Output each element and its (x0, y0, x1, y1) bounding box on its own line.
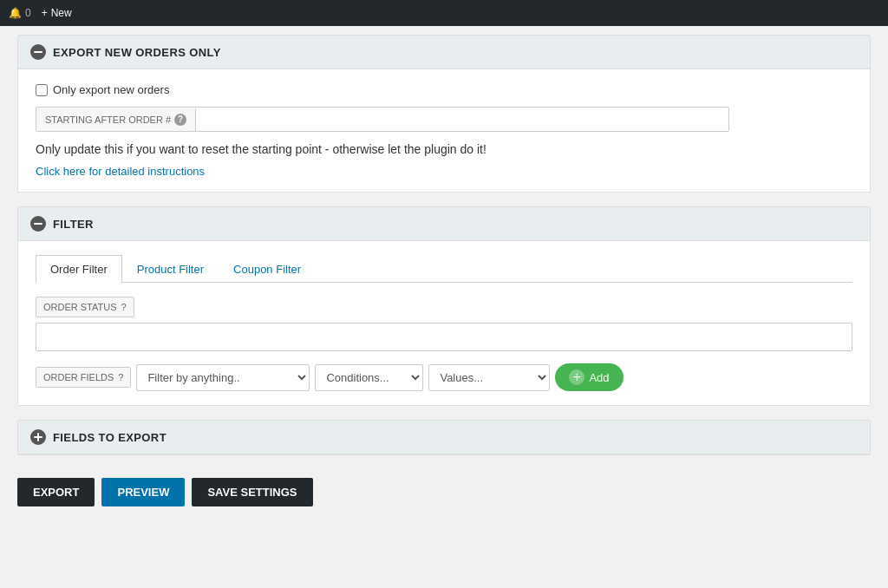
filter-body: Order Filter Product Filter Coupon Filte… (18, 241, 870, 405)
export-new-orders-body: Only export new orders STARTING AFTER OR… (18, 69, 870, 192)
info-text: Only update this if you want to reset th… (36, 142, 852, 156)
notification-item[interactable]: 🔔 0 (9, 7, 31, 19)
only-export-label: Only export new orders (53, 83, 169, 96)
bell-icon: 🔔 (9, 7, 22, 19)
order-status-input[interactable] (36, 323, 852, 351)
fields-expand-icon[interactable] (30, 429, 46, 445)
preview-button[interactable]: Preview (101, 478, 185, 506)
filter-collapse-icon[interactable] (30, 216, 46, 232)
only-export-checkbox-row: Only export new orders (36, 83, 852, 96)
order-status-label: ORDER STATUS ? (36, 297, 134, 317)
order-fields-help-icon[interactable]: ? (118, 372, 123, 382)
order-status-help-icon[interactable]: ? (121, 302, 127, 312)
filter-section: FILTER Order Filter Product Filter Coupo… (17, 206, 871, 406)
export-new-orders-title: EXPORT NEW ORDERS ONLY (53, 46, 221, 59)
filter-title: FILTER (53, 218, 94, 231)
export-new-orders-header[interactable]: EXPORT NEW ORDERS ONLY (18, 36, 870, 69)
starting-after-order-input-group: STARTING AFTER ORDER # ? (36, 107, 729, 132)
starting-after-help-icon[interactable]: ? (174, 114, 186, 126)
starting-after-order-input[interactable] (196, 108, 728, 131)
export-new-orders-section: EXPORT NEW ORDERS ONLY Only export new o… (17, 35, 871, 193)
plus-vertical (37, 433, 39, 441)
starting-after-label: STARTING AFTER ORDER # ? (36, 108, 196, 131)
main-content: EXPORT NEW ORDERS ONLY Only export new o… (0, 26, 888, 532)
order-fields-label: ORDER FIELDS ? (36, 367, 131, 388)
detailed-instructions-link[interactable]: Click here for detailed instructions (36, 165, 205, 178)
fields-to-export-title: FIELDS TO EXPORT (53, 431, 166, 444)
conditions-select[interactable]: Conditions... equals not equals contains… (315, 364, 423, 391)
save-settings-button[interactable]: SAVE SETTINGS (192, 478, 312, 506)
fields-to-export-header[interactable]: FIELDS TO EXPORT (18, 421, 870, 454)
export-button[interactable]: EXPORT (17, 478, 95, 506)
tab-product-filter[interactable]: Product Filter (122, 255, 219, 283)
new-item[interactable]: + New (42, 7, 72, 19)
bottom-actions: EXPORT Preview SAVE SETTINGS (17, 469, 871, 524)
order-fields-row: ORDER FIELDS ? Filter by anything.. Orde… (36, 363, 852, 391)
add-filter-button[interactable]: + Add (555, 363, 623, 391)
filter-header[interactable]: FILTER (18, 207, 870, 241)
plus-icon: + (42, 7, 48, 19)
tab-order-filter[interactable]: Order Filter (36, 255, 122, 283)
order-status-group: ORDER STATUS ? (36, 297, 852, 351)
fields-to-export-section: FIELDS TO EXPORT (17, 420, 871, 455)
collapse-icon[interactable] (30, 44, 46, 60)
top-bar: 🔔 0 + New (0, 0, 888, 26)
filter-minus-icon (34, 223, 42, 225)
minus-icon (34, 51, 42, 53)
only-export-checkbox[interactable] (36, 84, 48, 96)
filter-tabs: Order Filter Product Filter Coupon Filte… (36, 255, 852, 283)
tab-coupon-filter[interactable]: Coupon Filter (219, 255, 316, 283)
values-select[interactable]: Values... Yes No (428, 364, 550, 391)
filter-by-anything-select[interactable]: Filter by anything.. Order ID Order Stat… (136, 364, 310, 391)
add-plus-icon: + (569, 369, 584, 385)
